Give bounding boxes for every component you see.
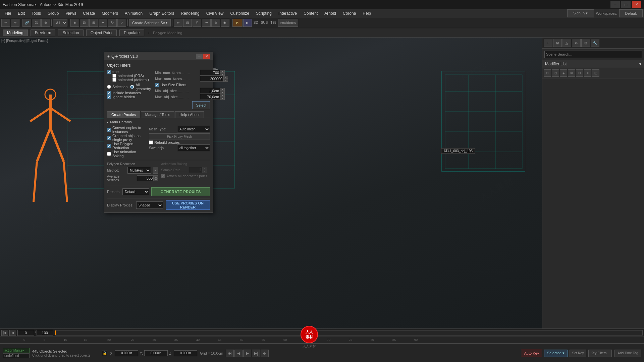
sample-rate-down[interactable]: ▼ bbox=[202, 170, 207, 173]
link-button[interactable]: 🔗 bbox=[22, 19, 31, 27]
avg-vertices-input[interactable] bbox=[137, 175, 154, 181]
menu-views[interactable]: Views bbox=[62, 9, 79, 17]
max-faces-up[interactable]: ▲ bbox=[223, 76, 228, 79]
menu-modifiers[interactable]: Modifiers bbox=[98, 9, 121, 17]
sample-rate-up[interactable]: ▲ bbox=[202, 167, 207, 170]
render-setup-button[interactable]: R bbox=[232, 19, 243, 27]
menu-animation[interactable]: Animation bbox=[121, 9, 146, 17]
select-window-button[interactable]: ⊞ bbox=[89, 19, 98, 27]
max-obj-size-up[interactable]: ▲ bbox=[220, 94, 225, 97]
close-button[interactable]: ✕ bbox=[632, 1, 641, 8]
arnold-tools-button[interactable]: ArnoldTools bbox=[278, 19, 298, 27]
max-faces-input[interactable] bbox=[200, 76, 223, 82]
menu-group[interactable]: Group bbox=[44, 9, 62, 17]
menu-create[interactable]: Create bbox=[79, 9, 98, 17]
menu-corona[interactable]: Corona bbox=[339, 9, 359, 17]
min-faces-down[interactable]: ▼ bbox=[220, 73, 225, 76]
play-next-button[interactable]: ▶| bbox=[252, 350, 260, 357]
align-button[interactable]: ⊟ bbox=[183, 19, 192, 27]
select-button[interactable]: Select bbox=[192, 101, 210, 109]
menu-help[interactable]: Help bbox=[359, 9, 374, 17]
tab-populate[interactable]: Populate bbox=[119, 29, 144, 36]
mat-editor-button[interactable]: ◉ bbox=[221, 19, 229, 27]
attach-char-checkbox[interactable] bbox=[161, 174, 165, 178]
mod-icon-6[interactable]: ≡ bbox=[584, 69, 591, 77]
menu-file[interactable]: File bbox=[1, 9, 14, 17]
generate-proxies-button[interactable]: GENERATE PROXIES bbox=[151, 187, 210, 196]
grid-button[interactable]: # bbox=[193, 19, 201, 27]
timeline-ruler[interactable]: 0 5 10 15 20 25 30 35 40 45 50 55 60 65 … bbox=[0, 337, 644, 344]
rp-icon-3[interactable]: △ bbox=[562, 39, 571, 47]
use-polygon-checkbox[interactable] bbox=[107, 144, 111, 148]
set-key-button[interactable]: Set Key bbox=[570, 350, 586, 357]
avg-vertices-up[interactable]: ▲ bbox=[154, 175, 158, 178]
static-objs-checkbox[interactable] bbox=[107, 70, 111, 74]
dialog-close-button[interactable]: ✕ bbox=[203, 54, 210, 59]
add-time-tag-button[interactable]: Add Time Tag bbox=[614, 350, 641, 357]
rebuild-proxies-checkbox[interactable] bbox=[149, 140, 153, 144]
autokey-button[interactable]: Auto Key bbox=[521, 350, 542, 357]
mod-icon-1[interactable]: ⊡ bbox=[544, 69, 551, 77]
presets-dropdown[interactable]: Default Custom bbox=[122, 188, 149, 195]
rp-icon-2[interactable]: ⊠ bbox=[553, 39, 562, 47]
display-proxies-dropdown[interactable]: Shaded Bounding Box Off bbox=[136, 201, 163, 209]
workspaces-dropdown[interactable]: Default bbox=[619, 9, 643, 17]
z-coord-input[interactable] bbox=[174, 350, 197, 356]
convert-copies-checkbox[interactable] bbox=[107, 128, 111, 132]
method-up[interactable]: ▲ bbox=[153, 167, 158, 174]
max-obj-size-input[interactable] bbox=[200, 94, 220, 100]
timeline-back-button[interactable]: ◀ bbox=[9, 330, 16, 336]
selection-radio[interactable] bbox=[107, 85, 111, 89]
undo-button[interactable]: ↩ bbox=[1, 19, 10, 27]
mod-icon-5[interactable]: ⊟ bbox=[576, 69, 583, 77]
min-faces-input[interactable] bbox=[200, 70, 220, 76]
rp-icon-1[interactable]: + bbox=[544, 39, 552, 47]
min-obj-size-up[interactable]: ▲ bbox=[220, 88, 225, 91]
tab-object-paint[interactable]: Object Paint bbox=[86, 29, 117, 36]
render-button[interactable]: ▶ bbox=[243, 19, 252, 27]
play-first-button[interactable]: ⏮ bbox=[226, 350, 234, 357]
dialog-minimize-button[interactable]: ─ bbox=[196, 54, 203, 59]
lock-icon[interactable]: 🔒 bbox=[102, 351, 107, 356]
method-dropdown[interactable]: MultiRes ProOptimizer bbox=[127, 167, 151, 174]
tab-manage-tools[interactable]: Manage / Tools bbox=[141, 111, 174, 118]
key-filters-button[interactable]: Key Filters... bbox=[588, 350, 612, 357]
rp-icon-5[interactable]: ⊡ bbox=[581, 39, 590, 47]
min-obj-size-input[interactable] bbox=[200, 88, 220, 94]
menu-civil-view[interactable]: Civil View bbox=[203, 9, 227, 17]
scale-button[interactable]: ⤢ bbox=[117, 19, 126, 27]
mod-icon-3[interactable]: ◈ bbox=[560, 69, 567, 77]
rotate-button[interactable]: ↻ bbox=[108, 19, 117, 27]
max-faces-down[interactable]: ▼ bbox=[223, 79, 228, 82]
y-coord-input[interactable] bbox=[144, 350, 168, 356]
bind-button[interactable]: ⊕ bbox=[41, 19, 50, 27]
redo-button[interactable]: ↪ bbox=[11, 19, 19, 27]
scene-search-input[interactable] bbox=[544, 51, 642, 58]
minimize-button[interactable]: ─ bbox=[610, 1, 620, 8]
move-button[interactable]: ✛ bbox=[99, 19, 107, 27]
animated-deform-checkbox[interactable] bbox=[112, 78, 116, 82]
grouped-objs-checkbox[interactable] bbox=[107, 136, 111, 140]
filter-dropdown[interactable]: All bbox=[53, 19, 67, 26]
tab-selection[interactable]: Selection bbox=[58, 29, 83, 36]
use-proxies-button[interactable]: USE PROXIES ON RENDER bbox=[166, 200, 210, 210]
avg-vertices-down[interactable]: ▼ bbox=[154, 178, 158, 181]
min-faces-up[interactable]: ▲ bbox=[220, 70, 225, 73]
current-frame-input[interactable] bbox=[17, 330, 34, 336]
max-obj-size-down[interactable]: ▼ bbox=[220, 97, 225, 100]
play-prev-button[interactable]: ◀ bbox=[234, 350, 243, 357]
include-instances-checkbox[interactable] bbox=[107, 91, 111, 95]
mod-icon-7[interactable]: ◱ bbox=[592, 69, 599, 77]
all-geometry-radio[interactable] bbox=[130, 85, 134, 89]
menu-customize[interactable]: Customize bbox=[227, 9, 253, 17]
ignore-hidden-checkbox[interactable] bbox=[107, 95, 111, 99]
pick-proxy-button[interactable]: Pick Proxy Mesh bbox=[149, 133, 210, 139]
tab-modeling[interactable]: Modeling bbox=[3, 29, 28, 36]
menu-interactive[interactable]: Interactive bbox=[275, 9, 300, 17]
play-last-button[interactable]: ⏭ bbox=[261, 350, 269, 357]
tab-freeform[interactable]: Freeform bbox=[31, 29, 56, 36]
menu-tools[interactable]: Tools bbox=[28, 9, 44, 17]
maximize-button[interactable]: □ bbox=[621, 1, 631, 8]
mesh-type-dropdown[interactable]: Auto mesh Custom Mesh bbox=[177, 126, 210, 132]
select-region-button[interactable]: ⊡ bbox=[80, 19, 89, 27]
